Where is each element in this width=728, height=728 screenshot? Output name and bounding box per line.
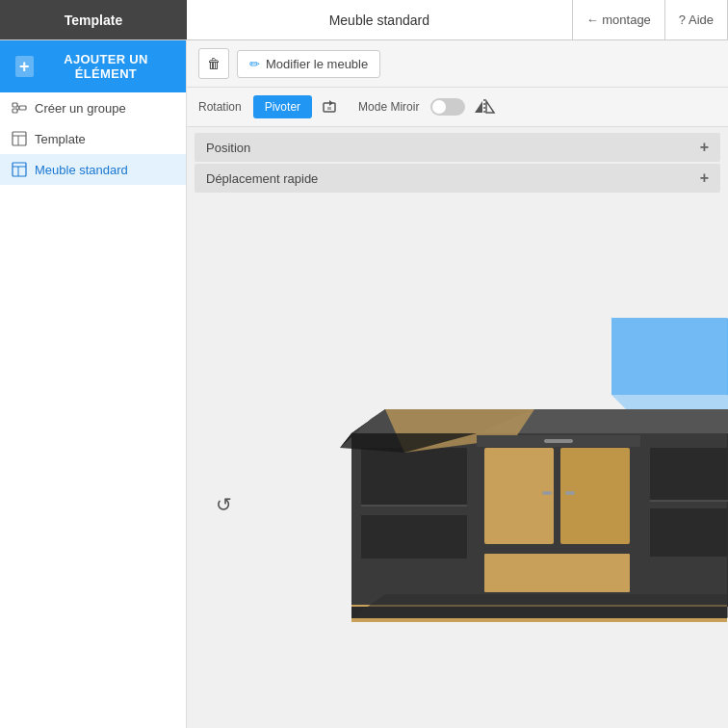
mirror-icon: [473, 95, 496, 118]
sidebar-label-template: Template: [35, 132, 86, 146]
sidebar-item-meuble-standard[interactable]: Meuble standard: [0, 154, 186, 185]
toggle-thumb: [432, 100, 446, 114]
sidebar: + AJOUTER UN ÉLÉMENT Créer un groupe: [0, 40, 187, 728]
add-element-button[interactable]: + AJOUTER UN ÉLÉMENT: [0, 40, 186, 92]
svg-rect-40: [544, 439, 573, 443]
mode-miroir-toggle[interactable]: [430, 98, 465, 116]
group-icon: [12, 100, 27, 116]
content-area: 🗑 ✏ Modifier le meuble Rotation Pivoter: [187, 40, 728, 728]
pivoter-button[interactable]: Pivoter: [253, 95, 312, 118]
furniture-container: [187, 198, 728, 728]
deplacement-label: Déplacement rapide: [206, 171, 318, 186]
header-template-label: Template: [65, 13, 122, 28]
svg-rect-27: [565, 491, 575, 495]
sidebar-label-creer-groupe: Créer un groupe: [35, 101, 126, 116]
main-layout: + AJOUTER UN ÉLÉMENT Créer un groupe: [0, 40, 728, 728]
header-meuble-tab[interactable]: Meuble standard: [187, 0, 573, 39]
svg-rect-25: [560, 448, 630, 544]
delete-button[interactable]: 🗑: [198, 48, 229, 79]
add-element-label: AJOUTER UN ÉLÉMENT: [41, 52, 170, 81]
svg-rect-22: [361, 515, 467, 559]
back-button[interactable]: ← montage: [573, 0, 665, 39]
rotation-group: Rotation Pivoter: [198, 95, 343, 118]
help-button[interactable]: ? Aide: [665, 0, 728, 39]
svg-marker-13: [475, 101, 482, 113]
sidebar-label-meuble-standard: Meuble standard: [35, 163, 128, 177]
modifier-meuble-label: Modifier le meuble: [266, 57, 368, 71]
svg-rect-21: [361, 448, 467, 506]
sidebar-item-template[interactable]: Template: [0, 123, 186, 154]
sidebar-item-creer-groupe[interactable]: Créer un groupe: [0, 92, 186, 123]
deplacement-expand-icon: +: [700, 169, 709, 187]
svg-rect-26: [542, 491, 552, 495]
position-row[interactable]: Position +: [195, 133, 720, 162]
help-label: ? Aide: [679, 13, 714, 27]
rotation-label: Rotation: [198, 100, 242, 114]
trash-icon: 🗑: [207, 56, 221, 71]
furniture-svg: [313, 299, 728, 664]
svg-marker-16: [611, 318, 727, 395]
header: Template Meuble standard ← montage ? Aid…: [0, 0, 728, 40]
svg-rect-0: [13, 103, 17, 107]
svg-marker-43: [351, 594, 728, 618]
svg-rect-1: [13, 109, 17, 113]
header-nav: ← montage ? Aide: [573, 0, 728, 39]
toolbar: 🗑 ✏ Modifier le meuble: [187, 40, 728, 88]
svg-rect-8: [13, 163, 26, 176]
deplacement-rapide-row[interactable]: Déplacement rapide +: [195, 164, 720, 193]
svg-marker-15: [486, 101, 494, 113]
rotation-arrows-icon: [320, 95, 343, 118]
svg-rect-28: [484, 554, 630, 592]
modifier-meuble-button[interactable]: ✏ Modifier le meuble: [237, 50, 380, 78]
svg-rect-5: [13, 132, 26, 145]
svg-rect-31: [650, 508, 728, 557]
position-expand-icon: +: [700, 139, 709, 156]
svg-rect-12: [327, 107, 331, 110]
template-icon: [12, 131, 27, 146]
position-label: Position: [206, 141, 250, 155]
viewport[interactable]: ↺: [187, 198, 728, 728]
svg-rect-24: [484, 448, 554, 544]
mode-miroir-label: Mode Miroir: [358, 100, 419, 114]
svg-rect-2: [19, 106, 26, 110]
controls-panel: Rotation Pivoter Mode Miroir: [187, 88, 728, 127]
edit-icon: ✏: [249, 57, 260, 71]
header-meuble-label: Meuble standard: [329, 13, 429, 28]
svg-rect-30: [650, 448, 728, 501]
meuble-icon: [12, 162, 27, 177]
header-template-tab[interactable]: Template: [0, 0, 187, 39]
expandable-rows: Position + Déplacement rapide +: [187, 127, 728, 198]
back-label: ← montage: [586, 13, 651, 27]
pivoter-label: Pivoter: [265, 100, 300, 114]
mode-miroir-group: Mode Miroir: [358, 95, 496, 118]
add-plus-icon: +: [15, 56, 34, 77]
toggle-track: [430, 98, 465, 116]
svg-marker-18: [611, 395, 728, 409]
